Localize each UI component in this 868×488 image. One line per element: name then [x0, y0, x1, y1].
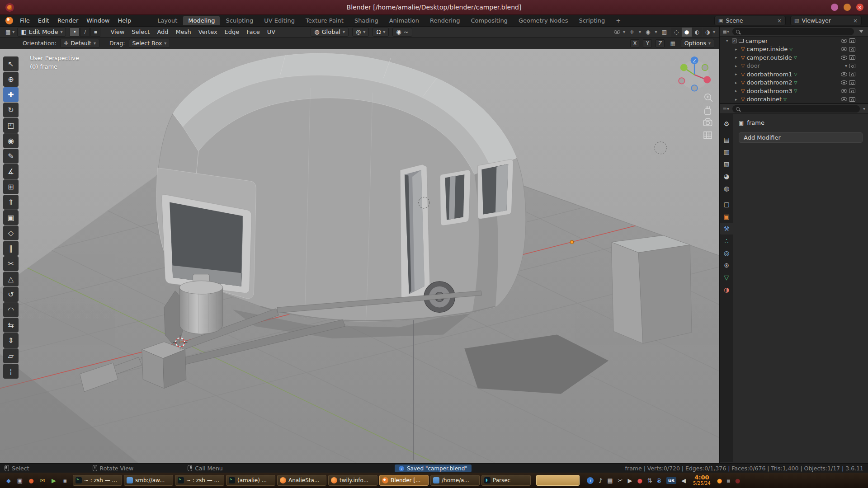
- chevron-down-icon[interactable]: ▾: [727, 106, 729, 111]
- tab-physics[interactable]: ◎: [720, 247, 733, 259]
- tool-select-box[interactable]: ↖: [3, 56, 19, 71]
- tab-rendering[interactable]: Rendering: [425, 16, 465, 25]
- tool-edge-slide[interactable]: ⇆: [3, 318, 19, 333]
- tool-cursor[interactable]: ⊕: [3, 72, 19, 87]
- taskbar-window-home[interactable]: /home/a...: [430, 475, 480, 486]
- proportional-edit-toggle[interactable]: ◉ ~: [392, 28, 412, 37]
- disable-in-renders-icon[interactable]: [849, 89, 855, 93]
- tool-rip-region[interactable]: ¦: [3, 364, 19, 379]
- face-select-button[interactable]: ▪: [90, 28, 100, 37]
- taskbar-window-zsh-1[interactable]: ~ : zsh — ...: [73, 475, 122, 486]
- terminal-icon[interactable]: ▪: [60, 475, 70, 486]
- notifications-icon[interactable]: ●: [717, 477, 722, 484]
- chevron-down-icon[interactable]: ▾: [727, 29, 729, 34]
- taskbar-window-twily[interactable]: twily.info...: [328, 475, 377, 486]
- menu-vertex[interactable]: Vertex: [195, 26, 221, 38]
- hide-in-viewport-icon[interactable]: [841, 56, 847, 60]
- hide-in-viewport-icon[interactable]: [841, 97, 847, 101]
- outliner-row[interactable]: ▸ ▽ doorbathroom3 ▽: [720, 87, 868, 95]
- tool-annotate[interactable]: ✎: [3, 149, 19, 164]
- record-tray-icon[interactable]: ●: [637, 477, 642, 484]
- menu-mesh[interactable]: Mesh: [172, 26, 195, 38]
- tool-add-cube[interactable]: ⊞: [3, 179, 19, 194]
- taskbar-window-amalie[interactable]: (amalie) ...: [226, 475, 275, 486]
- tab-particles[interactable]: ∴: [720, 235, 733, 247]
- tool-bevel[interactable]: ◇: [3, 225, 19, 240]
- outliner-row[interactable]: ▸ ▽ doorcabinet ▽: [720, 95, 868, 104]
- tab-constraints[interactable]: ⊛: [720, 259, 733, 271]
- tool-inset-faces[interactable]: ▣: [3, 210, 19, 225]
- window-menu-button[interactable]: [831, 4, 838, 11]
- menu-window[interactable]: Window: [82, 15, 113, 27]
- chevron-down-icon[interactable]: ▾: [655, 29, 657, 34]
- tool-loop-cut[interactable]: ‖: [3, 241, 19, 256]
- chevron-down-icon[interactable]: ▾: [639, 29, 641, 34]
- taskbar-window-smb[interactable]: smb://aw...: [124, 475, 173, 486]
- hide-in-viewport-icon[interactable]: [841, 39, 847, 43]
- gizmos-icon[interactable]: ✛: [628, 29, 636, 35]
- disable-in-renders-icon[interactable]: [849, 55, 855, 60]
- tool-shear[interactable]: ▱: [3, 348, 19, 363]
- menu-select[interactable]: Select: [128, 26, 153, 38]
- editor-type-chevron-icon[interactable]: ▾: [12, 29, 14, 34]
- play-tray-icon[interactable]: ▶: [628, 477, 632, 484]
- volume-icon[interactable]: ◀: [681, 477, 686, 484]
- tool-shrink-fatten[interactable]: ⇕: [3, 333, 19, 348]
- tab-render[interactable]: ▤: [720, 134, 733, 145]
- tab-geometry-nodes[interactable]: Geometry Nodes: [514, 16, 573, 25]
- disable-in-renders-icon[interactable]: [849, 47, 855, 52]
- viewlayer-remove-icon[interactable]: ×: [853, 18, 858, 24]
- disable-in-renders-icon[interactable]: [849, 72, 855, 76]
- overlays-icon[interactable]: ◉: [644, 29, 652, 35]
- disable-in-renders-icon[interactable]: [849, 64, 855, 68]
- outliner-search-input[interactable]: [732, 28, 854, 35]
- outliner-row[interactable]: ▸ ▽ camper.outside ▽: [720, 53, 868, 62]
- expand-icon[interactable]: ▸: [735, 72, 739, 76]
- mail-icon[interactable]: ✉: [38, 475, 47, 486]
- tab-animation[interactable]: Animation: [384, 16, 424, 25]
- wireframe-shading-button[interactable]: ◌: [671, 28, 681, 37]
- hide-in-viewport-icon[interactable]: [841, 89, 847, 93]
- tool-poly-build[interactable]: △: [3, 272, 19, 286]
- properties-search-input[interactable]: [732, 105, 860, 113]
- orientation-dropdown[interactable]: ◍ Global ▾: [311, 28, 349, 37]
- box-object[interactable]: [611, 235, 692, 343]
- axis-y-button[interactable]: Y: [643, 39, 652, 47]
- filter-chevron-icon[interactable]: ▾: [863, 106, 865, 111]
- tab-sculpting[interactable]: Sculpting: [221, 16, 258, 25]
- add-modifier-button[interactable]: Add Modifier: [739, 132, 863, 143]
- tab-uv-editing[interactable]: UV Editing: [259, 16, 300, 25]
- scissors-tray-icon[interactable]: ✂: [618, 477, 623, 484]
- files-icon[interactable]: ▣: [15, 475, 25, 486]
- music-tray-icon[interactable]: ♪: [599, 477, 602, 484]
- expand-icon[interactable]: ▸: [735, 97, 739, 102]
- clipboard-tray-icon[interactable]: ▤: [607, 477, 613, 484]
- power-icon[interactable]: ●: [735, 477, 740, 484]
- snap-grid-icon[interactable]: ▦: [668, 40, 677, 47]
- menu-view[interactable]: View: [107, 26, 128, 38]
- drag-dropdown[interactable]: Select Box ▾: [129, 39, 170, 48]
- tab-collection[interactable]: ▢: [720, 198, 733, 210]
- network-tray-icon[interactable]: ⇅: [647, 477, 652, 484]
- expand-icon[interactable]: ▸: [735, 47, 739, 52]
- tab-texture-paint[interactable]: Texture Paint: [301, 16, 349, 25]
- menu-edit[interactable]: Edit: [34, 15, 53, 27]
- outliner-editor-icon[interactable]: ≣: [722, 28, 727, 35]
- taskbar-window-untitled[interactable]: [536, 475, 580, 486]
- edge-select-button[interactable]: /: [80, 28, 90, 37]
- axis-z-button[interactable]: Z: [656, 39, 665, 47]
- tab-scene[interactable]: ◕: [720, 170, 733, 182]
- options-dropdown[interactable]: Options ▾: [681, 39, 714, 48]
- taskbar-window-blender[interactable]: Blender [...: [379, 475, 429, 486]
- disable-in-renders-icon[interactable]: [849, 80, 855, 85]
- taskbar-clock[interactable]: 4:00 5/25/24: [693, 474, 711, 486]
- menu-file[interactable]: File: [16, 15, 34, 27]
- menu-render[interactable]: Render: [53, 15, 82, 27]
- hide-in-viewport-icon[interactable]: [841, 72, 847, 76]
- viewport-3d[interactable]: Z: [0, 49, 719, 463]
- vertex-select-button[interactable]: •: [70, 28, 80, 37]
- close-button[interactable]: ×: [856, 4, 863, 11]
- expand-icon[interactable]: ▸: [735, 80, 739, 85]
- tab-view-layer[interactable]: ▧: [720, 158, 733, 170]
- taskbar-window-analiesta[interactable]: AnalieSta...: [277, 475, 326, 486]
